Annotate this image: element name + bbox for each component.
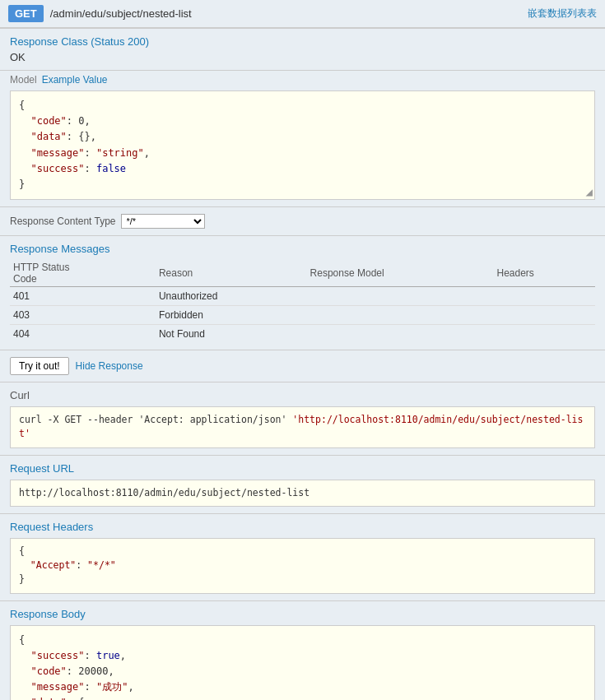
response-body-section: Response Body { "success": true, "code":…	[0, 600, 605, 700]
table-row: 401 Unauthorized	[10, 287, 595, 306]
hide-response-link[interactable]: Hide Response	[76, 360, 143, 372]
response-body-box[interactable]: { "success": true, "code": 20000, "messa…	[10, 625, 595, 700]
col-header-response-model: Response Model	[307, 260, 494, 287]
response-class-title: Response Class (Status 200)	[10, 35, 595, 48]
response-messages-table: HTTP StatusCode Reason Response Model He…	[10, 260, 595, 343]
try-it-out-button[interactable]: Try it out!	[10, 357, 69, 375]
response-class-section: Response Class (Status 200) OK	[0, 28, 605, 70]
status-code-404: 404	[10, 325, 156, 344]
content-type-select[interactable]: */* application/json	[121, 214, 205, 229]
status-ok-text: OK	[10, 51, 595, 63]
request-headers-title: Request Headers	[10, 521, 595, 533]
example-value-code-box: { "code": 0, "data": {}, "message": "str…	[10, 90, 595, 200]
curl-section: Curl curl -X GET --header 'Accept: appli…	[0, 382, 605, 455]
reason-403: Forbidden	[156, 306, 307, 325]
model-label: Model	[10, 74, 37, 86]
col-header-status-code: HTTP StatusCode	[10, 260, 156, 287]
method-badge: GET	[8, 5, 44, 22]
nested-list-link[interactable]: 嵌套数据列表表	[528, 7, 597, 21]
headers-403	[494, 306, 596, 325]
resize-handle: ◢	[586, 186, 593, 197]
status-code-403: 403	[10, 306, 156, 325]
curl-title: Curl	[10, 389, 595, 401]
request-url-box: http://localhost:8110/admin/edu/subject/…	[10, 480, 595, 507]
request-headers-box: { "Accept": "*/*" }	[10, 538, 595, 594]
endpoint-path: /admin/edu/subject/nested-list	[50, 7, 192, 20]
headers-401	[494, 287, 596, 306]
reason-404: Not Found	[156, 325, 307, 344]
top-bar: GET /admin/edu/subject/nested-list 嵌套数据列…	[0, 0, 605, 28]
request-url-section: Request URL http://localhost:8110/admin/…	[0, 455, 605, 513]
content-type-row: Response Content Type */* application/js…	[0, 206, 605, 235]
curl-value: curl -X GET --header 'Accept: applicatio…	[19, 414, 583, 439]
col-header-headers: Headers	[494, 260, 596, 287]
model-section: Model Example Value { "code": 0, "data":…	[0, 70, 605, 206]
model-401	[307, 287, 494, 306]
response-body-title: Response Body	[10, 608, 595, 620]
reason-401: Unauthorized	[156, 287, 307, 306]
table-row: 404 Not Found	[10, 325, 595, 344]
model-404	[307, 325, 494, 344]
content-type-label: Response Content Type	[10, 216, 116, 227]
request-url-value: http://localhost:8110/admin/edu/subject/…	[19, 487, 309, 498]
headers-404	[494, 325, 596, 344]
response-messages-title: Response Messages	[10, 243, 595, 255]
button-row: Try it out! Hide Response	[0, 350, 605, 382]
request-headers-section: Request Headers { "Accept": "*/*" }	[0, 513, 605, 600]
response-messages-section: Response Messages HTTP StatusCode Reason…	[0, 235, 605, 350]
status-code-401: 401	[10, 287, 156, 306]
curl-value-box: curl -X GET --header 'Accept: applicatio…	[10, 406, 595, 448]
model-row: Model Example Value	[10, 74, 595, 86]
model-403	[307, 306, 494, 325]
table-row: 403 Forbidden	[10, 306, 595, 325]
col-header-reason: Reason	[156, 260, 307, 287]
request-url-title: Request URL	[10, 462, 595, 475]
example-value-link[interactable]: Example Value	[42, 74, 108, 86]
table-header-row: HTTP StatusCode Reason Response Model He…	[10, 260, 595, 287]
